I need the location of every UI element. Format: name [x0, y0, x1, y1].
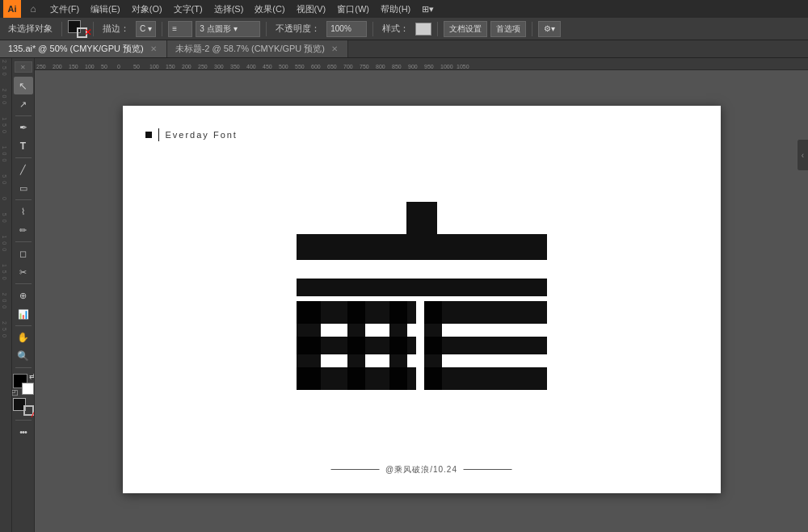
selection-label: 未选择对象 [5, 23, 56, 35]
preferences-btn[interactable]: 首选项 [490, 21, 526, 37]
tool-chart[interactable]: 📊 [14, 305, 33, 323]
tool-pencil[interactable]: ✏ [14, 221, 33, 239]
sep1 [61, 22, 62, 36]
menu-help[interactable]: 帮助(H) [376, 2, 415, 17]
right-hbar-bot [424, 367, 547, 390]
tool-more[interactable]: ••• [14, 423, 33, 441]
tab-1[interactable]: 未标题-2 @ 58.7% (CMYK/GPU 预览) ✕ [167, 40, 348, 57]
sep4 [266, 22, 267, 36]
toolbar: 未选择对象 ✕ 描边： C▾ ≡ 3 点圆形▾ 不透明度： 100% 样式： 文… [0, 18, 808, 40]
stroke-horizontal-mid [297, 234, 547, 260]
menu-file[interactable]: 文件(F) [45, 2, 84, 17]
sep5 [372, 22, 373, 36]
extra-btn[interactable]: ⚙▾ [538, 21, 561, 37]
opacity-box[interactable]: 100% [326, 21, 367, 37]
footer-text: @乘风破浪/10.24 [385, 464, 457, 475]
main-area: 250 200 150 100 50 0 50 100 150 200 250 … [0, 58, 808, 532]
tool-select[interactable]: ↖ [14, 77, 33, 94]
doc-settings-btn[interactable]: 文档设置 [444, 21, 487, 37]
toolbox: ✕ ↖ ↗ ✒ T ╱ ▭ ⌇ ✏ ◻ ✂ ⊕ 📊 ✋ 🔍 ⇄ ◰ [12, 58, 35, 532]
stroke-none-slash: ✕ [84, 27, 92, 37]
right-hbar-top [424, 301, 547, 324]
color-tools: ⇄ ◰ ╱ [13, 374, 34, 417]
menu-extra[interactable]: ⊞▾ [417, 2, 439, 16]
tool-zoom[interactable]: 🔍 [14, 347, 33, 365]
opacity-label: 不透明度： [272, 23, 323, 35]
stroke-label: 描边： [99, 23, 133, 35]
toolbox-collapse-btn[interactable]: ✕ [15, 61, 32, 73]
tool-line[interactable]: ╱ [14, 161, 33, 178]
left-vbar-3 [389, 301, 407, 390]
menu-text[interactable]: 文字(T) [169, 2, 208, 17]
style-color-box[interactable] [415, 23, 431, 36]
char-bottom-row [297, 301, 547, 390]
artboard-footer: @乘风破浪/10.24 [330, 464, 512, 475]
sep3 [162, 22, 162, 36]
shape-dropdown[interactable]: 3 点圆形▾ [196, 21, 260, 37]
stroke-dropdown[interactable]: C▾ [136, 21, 156, 37]
tool-sep-3 [15, 199, 32, 200]
menu-object[interactable]: 对象(O) [127, 2, 167, 17]
tool-transform[interactable]: ⊕ [14, 287, 33, 304]
tool-pen[interactable]: ✒ [14, 119, 33, 136]
footer-line-left [330, 469, 379, 470]
ai-logo: Ai [3, 0, 21, 18]
background-color[interactable] [22, 383, 34, 395]
tab-1-close[interactable]: ✕ [330, 44, 339, 53]
tab-0-close[interactable]: ✕ [149, 44, 158, 53]
tool-sep-5 [15, 283, 32, 284]
char-design [297, 202, 547, 379]
fg-bg-colors[interactable]: ⇄ ◰ [13, 374, 34, 395]
tool-sep-4 [15, 241, 32, 242]
menu-bar: Ai ⌂ 文件(F) 编辑(E) 对象(O) 文字(T) 选择(S) 效果(C)… [0, 0, 808, 18]
tool-sep-8 [15, 420, 32, 421]
ruler-ticks: 250 200 150 100 50 0 50 100 150 200 250 … [35, 64, 474, 69]
home-icon[interactable]: ⌂ [26, 2, 40, 16]
weight-box[interactable]: ≡ [168, 21, 192, 37]
brand-dot [145, 132, 152, 138]
tool-scissors[interactable]: ✂ [14, 263, 33, 281]
stroke-horizontal-bot [297, 279, 547, 296]
left-ruler: 250 200 150 100 50 0 50 100 150 200 250 [0, 58, 12, 532]
tabs-bar: 135.ai* @ 50% (CMYK/GPU 预览) ✕ 未标题-2 @ 58… [0, 40, 808, 58]
tab-0-label: 135.ai* @ 50% (CMYK/GPU 预览) [8, 43, 144, 55]
stroke-fill-mini[interactable]: ╱ [13, 398, 34, 417]
sep7 [532, 22, 532, 36]
footer-line-right [464, 469, 512, 470]
canvas-area[interactable]: 250 200 150 100 50 0 50 100 150 200 250 … [35, 58, 808, 532]
right-vbar [424, 301, 442, 390]
artboard-wrapper: Everday Font [43, 74, 800, 524]
tool-eraser[interactable]: ◻ [14, 245, 33, 262]
tool-rect[interactable]: ▭ [14, 179, 33, 197]
left-vbar-2 [347, 301, 365, 390]
brand-text: Everday Font [166, 130, 238, 140]
menu-effect[interactable]: 效果(C) [250, 2, 289, 17]
tool-paintbrush[interactable]: ⌇ [14, 203, 33, 220]
tool-type[interactable]: T [14, 137, 33, 155]
brand-separator [158, 128, 159, 141]
menu-edit[interactable]: 编辑(E) [86, 2, 125, 17]
tool-sep-6 [15, 325, 32, 326]
menu-window[interactable]: 窗口(W) [332, 2, 374, 17]
panel-handle[interactable]: ‹ [797, 139, 808, 171]
brand-tag: Everday Font [145, 128, 238, 141]
menu-view[interactable]: 视图(V) [292, 2, 331, 17]
sep2 [93, 22, 94, 36]
left-vbar-1 [297, 301, 321, 390]
tab-1-label: 未标题-2 @ 58.7% (CMYK/GPU 预览) [175, 43, 325, 55]
swap-colors-icon[interactable]: ⇄ [29, 372, 36, 380]
top-ruler: 250 200 150 100 50 0 50 100 150 200 250 … [35, 58, 808, 70]
char-top [297, 202, 547, 279]
tool-sep-1 [15, 115, 32, 116]
artboard[interactable]: Everday Font [123, 106, 721, 493]
tool-hand[interactable]: ✋ [14, 329, 33, 346]
fill-stroke-indicator[interactable]: ✕ [68, 20, 87, 38]
style-label: 样式： [379, 23, 412, 35]
menu-select[interactable]: 选择(S) [209, 2, 249, 17]
char-left [297, 301, 416, 390]
tool-direct-select[interactable]: ↗ [14, 95, 33, 113]
default-colors-icon[interactable]: ◰ [12, 388, 19, 396]
char-right [424, 301, 547, 390]
tab-0[interactable]: 135.ai* @ 50% (CMYK/GPU 预览) ✕ [0, 40, 167, 57]
sep6 [437, 22, 438, 36]
